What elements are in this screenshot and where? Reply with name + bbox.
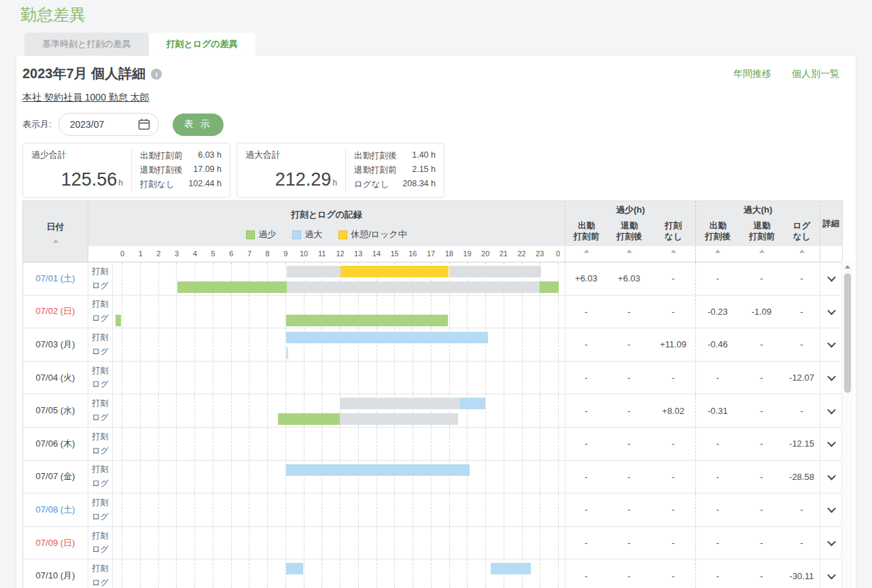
- hour-label: 1: [139, 246, 143, 261]
- shortage-total-card: 過少合計 125.56h 出勤打刻前6.03 h 退勤打刻後17.09 h 打刻…: [22, 143, 230, 198]
- gridline: [213, 527, 213, 559]
- value-cell: -: [565, 428, 607, 460]
- gridline: [140, 461, 141, 494]
- gridline: [267, 461, 268, 494]
- show-button[interactable]: 表 示: [173, 114, 224, 136]
- timeline-cell: [113, 262, 565, 295]
- sort-asc-icon[interactable]: [53, 239, 58, 243]
- column-label: 出勤打刻後: [696, 216, 740, 246]
- legend-item: 休憩/ロック中: [338, 228, 407, 241]
- sort-asc-icon[interactable]: [584, 249, 589, 253]
- sort-asc-icon[interactable]: [627, 249, 632, 253]
- scrollbar-thumb[interactable]: [844, 273, 851, 393]
- track-label: ログ: [92, 445, 109, 457]
- gridline: [158, 296, 159, 328]
- hour-label: 20: [481, 246, 489, 261]
- sort-asc-icon[interactable]: [799, 249, 805, 253]
- row-detail-toggle[interactable]: [820, 428, 842, 460]
- timeline-cell: [113, 394, 565, 427]
- value-cell: -: [739, 362, 784, 394]
- gantt-bar-green: [278, 413, 340, 425]
- gridline: [358, 494, 359, 526]
- hour-axis-inner: 012345678910111213141516171819202122230: [122, 246, 558, 262]
- gridline: [140, 328, 141, 361]
- gridline: [504, 428, 504, 460]
- row-detail-toggle[interactable]: [820, 527, 842, 559]
- gridline: [340, 362, 341, 394]
- page-title: 勤怠差異: [20, 4, 86, 26]
- main-panel: 2023年7月 個人詳細 i 年間推移 個人別一覧 本社 契約社員 1000 勤…: [16, 56, 856, 588]
- gridline: [413, 494, 413, 526]
- tab-base-vs-punch[interactable]: 基準時刻と打刻の差異: [24, 33, 149, 56]
- hour-label: 21: [500, 246, 508, 261]
- gridline: [231, 559, 232, 588]
- per-person-list-link[interactable]: 個人別一覧: [792, 68, 839, 80]
- card-total: 212.29h: [275, 171, 337, 192]
- gantt-bar-green: [286, 315, 448, 326]
- date-cell: 07/08 (土): [23, 494, 88, 526]
- info-icon[interactable]: i: [151, 69, 162, 80]
- gridline: [522, 328, 523, 361]
- scroll-up-button[interactable]: [842, 262, 853, 272]
- gridline: [394, 494, 395, 526]
- card-title: 過大合計: [245, 149, 337, 161]
- gridline: [140, 494, 141, 526]
- row-detail-toggle[interactable]: [820, 559, 842, 588]
- gridline: [467, 296, 468, 328]
- track-label: 打刻: [92, 563, 109, 574]
- track-label-cell: 打刻ログ: [88, 559, 113, 588]
- gridline: [540, 527, 540, 559]
- row-detail-toggle[interactable]: [820, 461, 842, 494]
- gridline: [377, 428, 377, 460]
- gridline: [431, 559, 432, 588]
- row-detail-toggle[interactable]: [820, 494, 842, 526]
- value-cell: -: [565, 394, 607, 427]
- gridline: [158, 527, 159, 559]
- yearly-trend-link[interactable]: 年間推移: [733, 68, 771, 80]
- track-label-cell: 打刻ログ: [88, 527, 113, 559]
- gridline: [504, 527, 504, 559]
- gridline: [413, 428, 413, 460]
- summary-cards: 過少合計 125.56h 出勤打刻前6.03 h 退勤打刻後17.09 h 打刻…: [22, 143, 444, 198]
- value-cell: -: [739, 494, 784, 526]
- row-detail-toggle[interactable]: [820, 296, 842, 328]
- hour-label: 19: [463, 246, 471, 261]
- gridline: [267, 328, 268, 361]
- timeline-legend: 過少 過大 休憩/ロック中: [246, 228, 407, 241]
- table-row: 07/05 (水)打刻ログ--+8.02-0.31--: [23, 394, 842, 428]
- tab-punch-vs-log[interactable]: 打刻とログの差異: [149, 33, 256, 56]
- gridline: [413, 362, 413, 394]
- timeline-cell: [113, 296, 565, 328]
- hour-label: 23: [536, 246, 544, 261]
- sort-asc-icon[interactable]: [671, 249, 676, 253]
- gridline: [304, 362, 304, 394]
- legend-swatch-break: [338, 230, 347, 239]
- gridline: [158, 494, 159, 526]
- row-detail-toggle[interactable]: [820, 362, 842, 394]
- gridline: [140, 296, 141, 328]
- track-label: 打刻: [92, 497, 109, 508]
- gridline: [231, 296, 232, 328]
- gridline: [267, 428, 268, 460]
- gridline: [176, 527, 177, 559]
- sort-asc-icon[interactable]: [715, 249, 720, 253]
- track-label: 打刻: [92, 530, 109, 542]
- gridline: [540, 394, 540, 427]
- month-input[interactable]: [70, 119, 123, 130]
- calendar-icon[interactable]: [138, 118, 150, 131]
- employee-link[interactable]: 本社 契約社員 1000 勤怠 太郎: [22, 92, 150, 104]
- gridline: [249, 461, 249, 494]
- row-detail-toggle[interactable]: [820, 262, 842, 295]
- breakdown-row: 出勤打刻後1.40 h: [354, 150, 436, 162]
- gridline: [431, 362, 432, 394]
- value-cell: -: [651, 428, 695, 460]
- row-detail-toggle[interactable]: [820, 328, 842, 361]
- row-detail-toggle[interactable]: [820, 394, 842, 427]
- track-label: 打刻: [92, 365, 109, 377]
- chevron-down-icon: [827, 273, 836, 282]
- hour-label: 5: [211, 246, 215, 261]
- breakdown-row: 出勤打刻前6.03 h: [140, 150, 222, 162]
- sort-asc-icon[interactable]: [759, 249, 765, 253]
- tab-bar: 基準時刻と打刻の差異 打刻とログの差異: [24, 33, 256, 56]
- gridline: [485, 559, 486, 588]
